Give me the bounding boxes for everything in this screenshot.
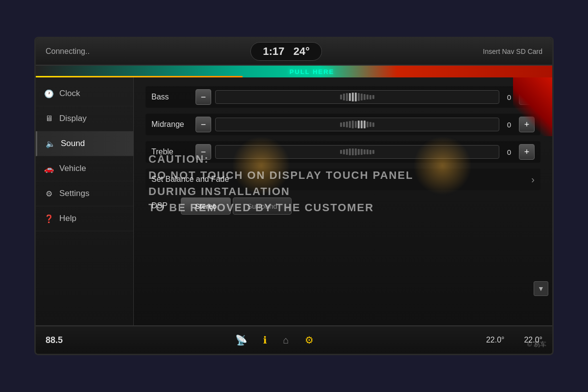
pull-here-text: PULL HERE (290, 68, 334, 75)
bass-label: Bass (151, 93, 196, 101)
balance-row[interactable]: Set Balance and Fade › (146, 169, 540, 190)
sidebar-item-clock[interactable]: 🕐 Clock (36, 81, 133, 106)
dsp-buttons: Stereo Surround (181, 197, 292, 215)
midrange-plus-button[interactable]: + (519, 117, 535, 132)
top-bar: Connecting.. 1:17 24° Insert Nav SD Card (36, 38, 552, 66)
treble-controls: − (196, 144, 535, 160)
current-temp: 24° (294, 45, 310, 57)
pull-here-bar: PULL HERE (36, 66, 552, 77)
treble-slider[interactable] (215, 145, 499, 159)
sidebar-sound-label: Sound (61, 139, 85, 148)
display-icon: 🖥 (44, 113, 54, 124)
midrange-bars (338, 118, 376, 131)
treble-plus-button[interactable]: + (519, 144, 535, 160)
bass-bars (338, 91, 376, 103)
bass-minus-button[interactable]: − (196, 89, 211, 105)
sidebar-item-settings[interactable]: ⚙ Settings (36, 181, 133, 206)
midrange-slider[interactable] (215, 118, 499, 131)
midrange-eq-row: Midrange − (146, 114, 540, 135)
dsp-row: DSP Stereo Surround (146, 195, 540, 217)
treble-minus-button[interactable]: − (196, 144, 211, 160)
treble-eq-row: Treble − (146, 141, 540, 163)
sidebar-item-sound[interactable]: 🔈 Sound (36, 131, 133, 156)
bass-controls: − (196, 89, 535, 105)
treble-bars (338, 146, 376, 158)
main-area: 🕐 Clock 🖥 Display 🔈 Sound 🚗 Vehicle ⚙ Se… (36, 77, 552, 325)
midrange-controls: − (196, 117, 535, 132)
bass-slider[interactable] (215, 90, 499, 104)
treble-value: 0 (503, 148, 515, 156)
balance-label: Set Balance and Fade (151, 175, 531, 184)
dsp-surround-button[interactable]: Surround (233, 197, 292, 215)
bottom-nav: 📡 ℹ ⌂ ⚙ (235, 334, 313, 346)
sidebar-item-display[interactable]: 🖥 Display (36, 106, 133, 131)
midrange-minus-button[interactable]: − (196, 117, 211, 132)
bass-value: 0 (503, 93, 515, 101)
sidebar-display-label: Display (59, 114, 87, 123)
sidebar-item-vehicle[interactable]: 🚗 Vehicle (36, 156, 133, 181)
help-icon: ❓ (44, 213, 54, 224)
bottom-bar: 88.5 📡 ℹ ⌂ ⚙ 22.0° 22.0° (36, 325, 552, 354)
screen-wrapper: Connecting.. 1:17 24° Insert Nav SD Card… (34, 37, 554, 355)
clock-temp-display: 1:17 24° (250, 42, 322, 61)
bass-plus-button[interactable]: + (519, 89, 535, 105)
sidebar-item-help[interactable]: ❓ Help (36, 206, 133, 231)
left-temp: 22.0° (486, 336, 505, 344)
scroll-down-button[interactable]: ▼ (534, 281, 548, 296)
midrange-label: Midrange (151, 120, 196, 129)
radio-frequency: 88.5 (46, 335, 63, 345)
watermark: © 易车 (527, 340, 546, 349)
treble-label: Treble (151, 147, 196, 156)
bass-eq-row: Bass − (146, 86, 540, 108)
vehicle-icon: 🚗 (44, 163, 54, 174)
sidebar-clock-label: Clock (59, 89, 80, 98)
settings-icon: ⚙ (44, 188, 54, 199)
info-icon[interactable]: ℹ (263, 334, 267, 346)
sidebar-vehicle-label: Vehicle (59, 164, 86, 173)
nav-message: Insert Nav SD Card (483, 48, 542, 55)
clock-icon: 🕐 (44, 88, 54, 99)
home-icon[interactable]: ⌂ (283, 335, 289, 346)
radio-icon[interactable]: 📡 (235, 334, 247, 346)
dsp-label: DSP (151, 201, 181, 210)
connection-status: Connecting.. (46, 47, 90, 56)
sidebar-help-label: Help (59, 214, 76, 223)
sidebar-settings-label: Settings (59, 189, 89, 198)
content-panel: Bass − (134, 77, 552, 325)
sound-icon: 🔈 (45, 138, 56, 149)
current-time: 1:17 (263, 45, 284, 57)
gear-icon[interactable]: ⚙ (305, 334, 314, 346)
dsp-stereo-button[interactable]: Stereo (181, 197, 231, 215)
midrange-value: 0 (503, 121, 515, 129)
sidebar: 🕐 Clock 🖥 Display 🔈 Sound 🚗 Vehicle ⚙ Se… (36, 77, 134, 325)
balance-arrow-icon: › (531, 174, 535, 185)
